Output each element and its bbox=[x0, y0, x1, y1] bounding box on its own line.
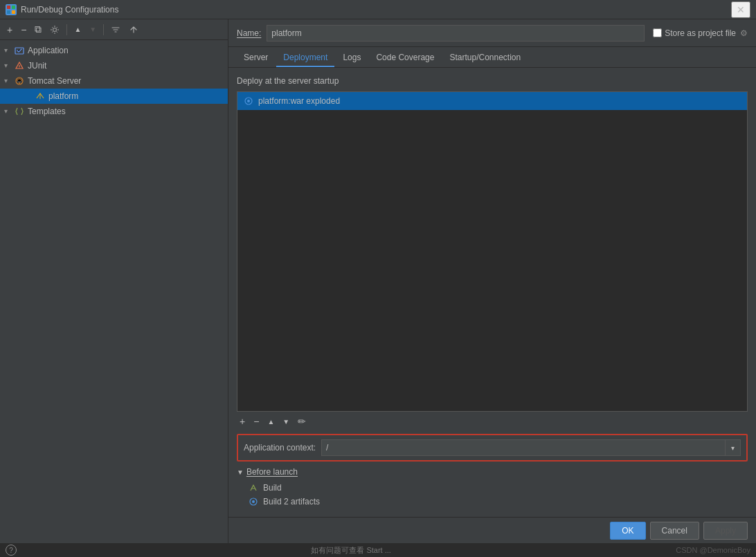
tree-item-label: Tomcat Server bbox=[28, 76, 81, 86]
junit-icon bbox=[14, 60, 25, 71]
divider bbox=[66, 24, 67, 35]
add-config-button[interactable]: + bbox=[4, 23, 15, 37]
build-artifacts-icon bbox=[248, 496, 259, 507]
left-toolbar: + − ⧉ ▲ ▼ bbox=[0, 19, 228, 40]
name-label: Name: bbox=[237, 28, 261, 38]
help-section: ? bbox=[6, 545, 26, 556]
deploy-item-platform-war[interactable]: platform:war exploded bbox=[237, 92, 747, 110]
tree-item-application[interactable]: ▾ Application bbox=[0, 43, 228, 58]
tree-item-label: platform bbox=[48, 91, 78, 101]
app-icon bbox=[6, 4, 17, 15]
deploy-edit-button[interactable]: ✏ bbox=[295, 414, 309, 428]
svg-point-8 bbox=[19, 68, 20, 69]
before-launch-header: ▼ Before launch bbox=[237, 467, 748, 477]
remove-config-button[interactable]: − bbox=[18, 23, 29, 37]
app-context-section: Application context: ▾ bbox=[237, 434, 748, 462]
deploy-remove-button[interactable]: − bbox=[251, 414, 262, 428]
platform-icon bbox=[35, 91, 46, 102]
bottom-bar: OK Cancel Apply bbox=[228, 517, 756, 543]
right-panel: Name: Store as project file ⚙ Server Dep… bbox=[228, 19, 756, 543]
tomcat-icon bbox=[14, 75, 25, 86]
deploy-item-label: platform:war exploded bbox=[258, 96, 340, 106]
apply-button[interactable]: Apply bbox=[703, 522, 748, 540]
tree-item-tomcat-server[interactable]: ▾ Tomcat Server bbox=[0, 73, 228, 89]
share-button[interactable] bbox=[126, 24, 141, 36]
gear-icon: ⚙ bbox=[740, 28, 748, 38]
chevron-icon: ▾ bbox=[4, 77, 12, 85]
close-button[interactable]: ✕ bbox=[731, 1, 750, 18]
dialog-title: Run/Debug Configurations bbox=[21, 5, 731, 15]
watermark: CSDN @DemonicBoy bbox=[676, 546, 750, 554]
chevron-icon: ▾ bbox=[4, 107, 12, 116]
before-launch-section: ▼ Before launch Build Build 2 artifacts bbox=[237, 462, 748, 509]
deploy-add-button[interactable]: + bbox=[237, 414, 248, 428]
sort-button[interactable] bbox=[108, 24, 123, 36]
dialog-body: + − ⧉ ▲ ▼ ▾ Application bbox=[0, 19, 756, 543]
deploy-down-button[interactable]: ▼ bbox=[280, 417, 292, 427]
store-row: Store as project file ⚙ bbox=[653, 28, 748, 38]
tree-item-label: JUnit bbox=[28, 61, 46, 71]
svg-rect-1 bbox=[12, 6, 15, 9]
tree-item-junit[interactable]: ▾ JUnit bbox=[0, 58, 228, 73]
before-launch-item-build[interactable]: Build bbox=[237, 481, 748, 495]
before-launch-title: Before launch bbox=[246, 467, 298, 477]
content-area: Deploy at the server startup platform:wa… bbox=[228, 68, 756, 517]
move-up-button[interactable]: ▲ bbox=[71, 24, 84, 35]
application-icon bbox=[14, 45, 25, 56]
before-launch-build-artifacts-label: Build 2 artifacts bbox=[263, 497, 320, 506]
template-icon bbox=[14, 106, 25, 117]
svg-point-16 bbox=[252, 500, 255, 503]
deploy-toolbar: + − ▲ ▼ ✏ bbox=[237, 412, 748, 431]
move-down-button[interactable]: ▼ bbox=[87, 24, 99, 35]
ok-button[interactable]: OK bbox=[610, 522, 645, 540]
status-bar: ? 如有问题可查看 Start ... CSDN @DemonicBoy bbox=[0, 543, 756, 557]
store-label: Store as project file bbox=[665, 28, 736, 38]
before-launch-item-build-artifacts[interactable]: Build 2 artifacts bbox=[237, 495, 748, 509]
store-checkbox[interactable] bbox=[653, 28, 662, 37]
chevron-icon: ▾ bbox=[4, 46, 12, 55]
name-input[interactable] bbox=[267, 25, 645, 42]
svg-rect-2 bbox=[7, 10, 10, 14]
app-context-label: Application context: bbox=[244, 443, 316, 453]
tab-code-coverage[interactable]: Code Coverage bbox=[369, 49, 441, 67]
deploy-list[interactable]: platform:war exploded bbox=[237, 91, 748, 412]
app-context-dropdown-button[interactable]: ▾ bbox=[726, 439, 741, 456]
app-context-input[interactable] bbox=[321, 439, 726, 456]
status-text: 如有问题可查看 Start ... bbox=[311, 545, 391, 556]
cancel-button[interactable]: Cancel bbox=[650, 522, 699, 540]
tree-item-platform[interactable]: ▾ platform bbox=[0, 89, 228, 104]
svg-rect-3 bbox=[12, 10, 15, 14]
left-panel: + − ⧉ ▲ ▼ ▾ Application bbox=[0, 19, 228, 543]
title-bar: Run/Debug Configurations ✕ bbox=[0, 0, 756, 19]
chevron-icon: ▾ bbox=[4, 62, 12, 70]
deploy-item-icon bbox=[243, 95, 254, 107]
before-launch-toggle[interactable]: ▼ bbox=[237, 468, 244, 476]
build-icon bbox=[248, 482, 259, 493]
deploy-up-button[interactable]: ▲ bbox=[264, 417, 277, 427]
before-launch-build-label: Build bbox=[263, 483, 282, 493]
svg-point-10 bbox=[19, 82, 20, 84]
help-button[interactable]: ? bbox=[6, 545, 17, 556]
tab-server[interactable]: Server bbox=[237, 49, 275, 67]
tabs-bar: Server Deployment Logs Code Coverage Sta… bbox=[228, 47, 756, 68]
deploy-at-startup-label: Deploy at the server startup bbox=[237, 76, 748, 86]
tab-startup-connection[interactable]: Startup/Connection bbox=[442, 49, 528, 67]
tab-logs[interactable]: Logs bbox=[336, 49, 368, 67]
tree-item-templates[interactable]: ▾ Templates bbox=[0, 104, 228, 119]
settings-button[interactable] bbox=[47, 24, 62, 36]
tree-item-label: Templates bbox=[28, 107, 66, 116]
copy-config-button[interactable]: ⧉ bbox=[32, 22, 44, 37]
svg-point-13 bbox=[247, 100, 250, 102]
svg-rect-0 bbox=[7, 6, 10, 9]
name-row: Name: Store as project file ⚙ bbox=[228, 19, 756, 47]
tab-deployment[interactable]: Deployment bbox=[276, 49, 334, 67]
config-tree: ▾ Application ▾ JUnit ▾ Tomcat bbox=[0, 40, 228, 543]
tree-item-label: Application bbox=[28, 46, 69, 55]
divider2 bbox=[103, 24, 104, 35]
svg-point-4 bbox=[53, 28, 57, 31]
